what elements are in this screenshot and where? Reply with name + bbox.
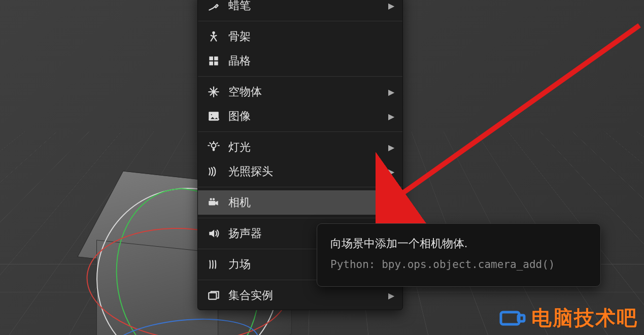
menu-item-label: 光照探头 [228,164,388,179]
armature-icon [205,28,222,45]
menu-separator [198,131,402,132]
svg-rect-8 [209,201,215,206]
chevron-right-icon: ▶ [388,143,394,152]
svg-rect-4 [214,61,218,65]
menu-item-armature[interactable]: 骨架 [198,24,402,49]
collection-icon [205,287,222,304]
light-icon [205,139,222,156]
menu-item-label: 集合实例 [228,288,388,303]
svg-rect-1 [209,56,213,60]
chevron-right-icon: ▶ [388,1,394,11]
camera-icon [205,194,222,211]
lattice-icon [205,52,222,70]
svg-rect-14 [518,315,524,321]
menu-item-collection-instance[interactable]: 集合实例▶ [198,283,402,308]
svg-rect-11 [209,293,216,299]
chevron-right-icon: ▶ [388,112,394,121]
image-icon [205,108,222,125]
watermark: 电脑技术吧 [498,304,638,332]
menu-separator [198,187,402,187]
menu-item-label: 图像 [228,109,388,124]
menu-item-label: 空物体 [228,84,388,99]
grease-pencil-icon [205,0,222,14]
menu-item-camera[interactable]: 相机 [198,190,402,215]
menu-item-label: 相机 [228,195,394,210]
menu-item-empty[interactable]: 空物体▶ [198,80,402,104]
speaker-icon [205,225,222,242]
menu-item-image[interactable]: 图像▶ [198,104,402,128]
svg-point-7 [212,143,216,148]
watermark-icon [498,308,526,328]
force-field-icon [205,256,222,273]
menu-item-label: 蜡笔 [228,0,388,13]
svg-rect-13 [501,312,519,324]
menu-separator [198,218,402,218]
menu-item-light[interactable]: 灯光▶ [198,135,402,159]
tooltip-description: 向场景中添加一个相机物体. [330,235,587,252]
tooltip-python-api: Python: bpy.ops.object.camera_add() [330,257,587,273]
menu-item-label: 晶格 [228,53,394,69]
svg-rect-2 [214,56,218,60]
svg-rect-3 [209,61,213,65]
svg-point-0 [212,31,215,34]
chevron-right-icon: ▶ [388,87,394,97]
menu-separator [198,21,402,21]
watermark-text: 电脑技术吧 [531,304,638,332]
menu-separator [198,76,402,77]
svg-point-10 [213,198,215,200]
tooltip: 向场景中添加一个相机物体. Python: bpy.ops.object.cam… [317,223,601,287]
menu-item-label: 灯光 [228,140,388,155]
chevron-right-icon: ▶ [388,291,394,300]
svg-point-9 [210,198,212,200]
svg-point-6 [211,114,213,116]
chevron-right-icon: ▶ [388,167,394,177]
empty-icon [205,83,222,100]
menu-item-lattice[interactable]: 晶格 [198,49,402,73]
light-probe-icon [205,163,222,180]
menu-item-label: 骨架 [228,29,394,44]
menu-item-grease-pencil[interactable]: 蜡笔▶ [198,0,402,18]
menu-item-light-probe[interactable]: 光照探头▶ [198,159,402,184]
